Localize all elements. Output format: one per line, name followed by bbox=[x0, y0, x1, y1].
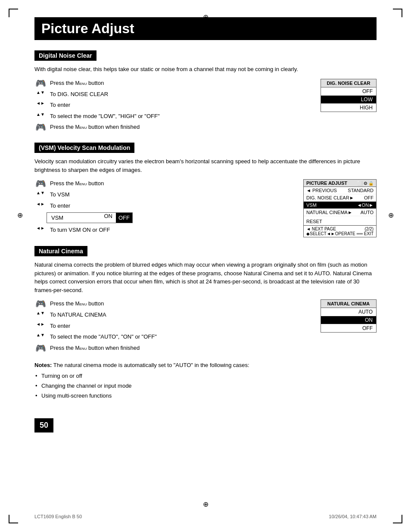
osd-row-vsm: VSM ◄ON► bbox=[304, 202, 376, 209]
osd-row-dnc: DIG. NOISE CLEAR► OFF bbox=[304, 194, 376, 202]
arrow-lr-1 bbox=[34, 101, 47, 106]
vsm-osd-box: PICTURE ADJUST ⬜ ⊙ 🔒 ◄ PREVIOUS STANDARD… bbox=[303, 179, 377, 237]
vsm-onoff-bar: VSM ON OFF bbox=[47, 212, 133, 223]
dnc-step-2: To DIG. NOISE CLEAR bbox=[34, 90, 312, 99]
dnc-description: With digital noise clear, this helps tak… bbox=[34, 65, 377, 74]
nc-row-on: ON bbox=[321, 316, 376, 324]
vsm-step-1-text: Press the Menu button bbox=[50, 179, 104, 188]
vsm-description: Velocity scan modulation circuitry varie… bbox=[34, 157, 377, 174]
dnc-row-off: OFF bbox=[321, 87, 376, 96]
osd-dnc-label: DIG. NOISE CLEAR► bbox=[306, 195, 354, 200]
dnc-menu-header: DIG. NOISE CLEAR bbox=[321, 79, 376, 87]
osd-footer: ◄ NEXT PAGE (2/2) ◆SELECT◄►OPERATE ══ EX… bbox=[304, 225, 376, 237]
osd-footer-row-1: ◄ NEXT PAGE (2/2) bbox=[306, 227, 374, 231]
section-header-dnc: Digital Noise Clear bbox=[34, 50, 97, 61]
nc-step-5: 🎮 Press the Menu button when finished bbox=[34, 344, 312, 352]
vsm-on-off-labels: ON OFF bbox=[104, 213, 133, 223]
notes-label: Notes: bbox=[34, 362, 52, 368]
menu-btn-nc-2: Menu bbox=[75, 345, 87, 351]
osd-page-num: (2/2) bbox=[364, 227, 374, 231]
dnc-step-5: 🎮 Press the Menu button when finished bbox=[34, 123, 312, 131]
arrow-ud-vsm bbox=[34, 190, 47, 195]
nc-step-1: 🎮 Press the Menu button bbox=[34, 299, 312, 308]
dnc-step-1: 🎮 Press the Menu button bbox=[34, 79, 312, 87]
natcinema-menu-header: NATURAL CINEMA bbox=[321, 300, 376, 308]
dnc-step-2-text: To DIG. NOISE CLEAR bbox=[50, 90, 108, 99]
menu-icon-2: 🎮 bbox=[34, 123, 47, 131]
osd-nat-label: NATURAL CINEMA► bbox=[306, 210, 352, 215]
dnc-step-3: To enter bbox=[34, 101, 312, 109]
vsm-step-2-text: To VSM bbox=[50, 190, 70, 199]
osd-row-reset: RESET bbox=[304, 216, 376, 225]
menu-btn-vsm: Menu bbox=[75, 180, 87, 187]
natcinema-steps-area: 🎮 Press the Menu button To NATURAL CINEM… bbox=[34, 299, 377, 355]
page-number-badge: 50 bbox=[34, 418, 53, 432]
nc-step-2: To NATURAL CINEMA bbox=[34, 311, 312, 319]
dnc-menu-box: DIG. NOISE CLEAR OFF LOW HIGH bbox=[321, 79, 377, 112]
natcinema-steps-left: 🎮 Press the Menu button To NATURAL CINEM… bbox=[34, 299, 312, 355]
nc-step-3-text: To enter bbox=[50, 322, 70, 330]
nc-row-off: OFF bbox=[321, 324, 376, 332]
bullet-item-1: Turning on or off bbox=[41, 371, 377, 381]
dnc-row-low: LOW bbox=[321, 96, 376, 104]
footer: LCT1609 English B 50 10/26/04, 10:47:43 … bbox=[34, 514, 377, 519]
dnc-step-1-text: Press the Menu button bbox=[50, 79, 104, 87]
dnc-step-4: To select the mode "LOW", "HIGH" or "OFF… bbox=[34, 112, 312, 121]
menu-icon-vsm-1: 🎮 bbox=[34, 179, 47, 188]
osd-prev-label: ◄ PREVIOUS bbox=[306, 188, 337, 193]
menu-btn-nc: Menu bbox=[75, 301, 87, 307]
menu-icon-nc-2: 🎮 bbox=[34, 344, 47, 352]
osd-vsm-label: VSM bbox=[306, 202, 317, 208]
nc-step-4-text: To select the mode "AUTO", "ON" or "OFF" bbox=[50, 333, 157, 341]
osd-prev-value: STANDARD bbox=[348, 188, 374, 193]
dnc-step-4-text: To select the mode "LOW", "HIGH" or "OFF… bbox=[50, 112, 160, 121]
nc-step-2-text: To NATURAL CINEMA bbox=[50, 311, 106, 319]
section-header-natcinema: Natural Cinema bbox=[34, 246, 87, 256]
osd-reset-label: RESET bbox=[306, 219, 322, 224]
vsm-steps-area: 🎮 Press the Menu button To VSM To enter … bbox=[34, 179, 377, 237]
osd-next-page: ◄ NEXT PAGE bbox=[306, 227, 336, 231]
notes-section: Notes: The natural cinema mode is automa… bbox=[34, 362, 377, 401]
osd-nat-value: AUTO bbox=[361, 210, 374, 215]
nc-step-3: To enter bbox=[34, 322, 312, 330]
natcinema-description: Natural cinema corrects the problem of b… bbox=[34, 261, 377, 294]
vsm-step-4: To turn VSM ON or OFF bbox=[34, 226, 295, 234]
dnc-row-high: HIGH bbox=[321, 104, 376, 112]
bullet-item-3: Using multi-screen functions bbox=[41, 391, 377, 401]
osd-header: PICTURE ADJUST ⬜ ⊙ 🔒 bbox=[304, 180, 376, 187]
dnc-steps-left: 🎮 Press the Menu button To DIG. NOISE CL… bbox=[34, 79, 312, 134]
nc-step-1-text: Press the Menu button bbox=[50, 299, 104, 308]
vsm-on-label: ON bbox=[104, 213, 113, 223]
page-title: Picture Adjust bbox=[34, 17, 377, 40]
nc-step-5-text: Press the Menu button when finished bbox=[50, 344, 140, 352]
footer-right: 10/26/04, 10:47:43 AM bbox=[329, 514, 377, 519]
section-digital-noise-clear: Digital Noise Clear With digital noise c… bbox=[34, 50, 377, 134]
nc-step-4: To select the mode "AUTO", "ON" or "OFF" bbox=[34, 333, 312, 341]
vsm-step-4-text: To turn VSM ON or OFF bbox=[50, 226, 110, 234]
nc-row-auto: AUTO bbox=[321, 308, 376, 316]
menu-icon-1: 🎮 bbox=[34, 79, 47, 87]
section-header-vsm: (VSM) Velocity Scan Modulation bbox=[34, 143, 134, 153]
osd-icons: ⬜ ⊙ 🔒 bbox=[357, 181, 374, 186]
osd-footer-row-2: ◆SELECT◄►OPERATE ══ EXIT bbox=[306, 231, 374, 236]
natcinema-menu-box: NATURAL CINEMA AUTO ON OFF bbox=[321, 299, 377, 333]
dnc-step-5-text: Press the Menu button when finished bbox=[50, 123, 140, 131]
arrow-lr-nc bbox=[34, 322, 47, 327]
osd-row-previous: ◄ PREVIOUS STANDARD bbox=[304, 187, 376, 194]
arrow-lr-vsm-2 bbox=[34, 226, 47, 230]
osd-row-natcinema: NATURAL CINEMA► AUTO bbox=[304, 209, 376, 216]
vsm-step-2: To VSM bbox=[34, 190, 295, 199]
arrow-ud-2 bbox=[34, 112, 47, 117]
menu-btn-label: Menu bbox=[75, 80, 87, 86]
section-vsm: (VSM) Velocity Scan Modulation Velocity … bbox=[34, 143, 377, 237]
vsm-steps-left: 🎮 Press the Menu button To VSM To enter … bbox=[34, 179, 295, 237]
footer-left: LCT1609 English B 50 bbox=[34, 514, 82, 519]
menu-icon-nc-1: 🎮 bbox=[34, 299, 47, 308]
arrow-ud-nc bbox=[34, 311, 47, 315]
bullet-list: Turning on or off Changing the channel o… bbox=[34, 371, 377, 401]
vsm-off-label: OFF bbox=[116, 213, 132, 223]
section-natural-cinema: Natural Cinema Natural cinema corrects t… bbox=[34, 246, 377, 401]
notes-text: The natural cinema mode is automatically… bbox=[53, 362, 249, 368]
arrow-ud-1 bbox=[34, 90, 47, 95]
bullet-item-2: Changing the channel or input mode bbox=[41, 381, 377, 391]
